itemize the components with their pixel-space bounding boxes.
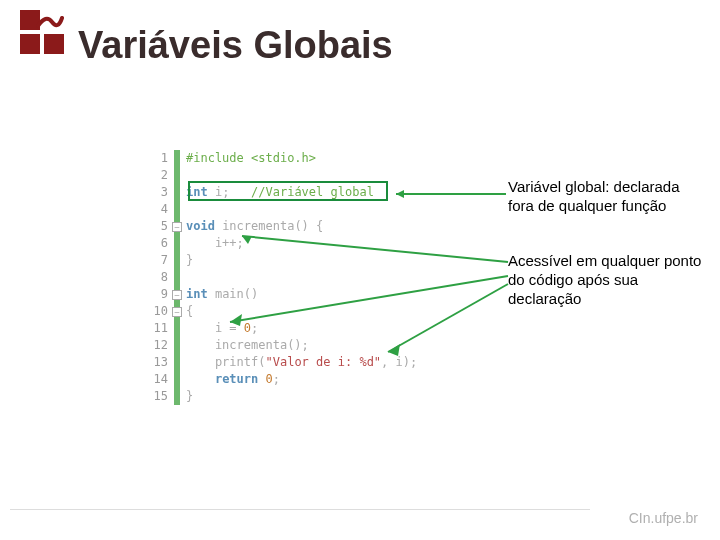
code-line: 5−void incrementa() { <box>150 218 460 235</box>
page-title: Variáveis Globais <box>78 24 393 67</box>
code-line: 1#include <stdio.h> <box>150 150 460 167</box>
code-line: 7} <box>150 252 460 269</box>
code-line: 6 i++; <box>150 235 460 252</box>
logo <box>20 10 66 56</box>
code-line: 12 incrementa(); <box>150 337 460 354</box>
code-line: 10−{ <box>150 303 460 320</box>
divider <box>10 509 590 510</box>
code-line: 13 printf("Valor de i: %d", i); <box>150 354 460 371</box>
code-line: 8 <box>150 269 460 286</box>
footer-text: CIn.ufpe.br <box>629 510 698 526</box>
code-line: 11 i = 0; <box>150 320 460 337</box>
code-line: 14 return 0; <box>150 371 460 388</box>
code-line: 9−int main() <box>150 286 460 303</box>
code-line: 15} <box>150 388 460 405</box>
annotation-declaration: Variável global: declarada fora de qualq… <box>508 178 703 216</box>
global-var-highlight <box>188 181 388 201</box>
code-line: 4 <box>150 201 460 218</box>
annotation-access: Acessível em qualquer ponto do código ap… <box>508 252 703 308</box>
